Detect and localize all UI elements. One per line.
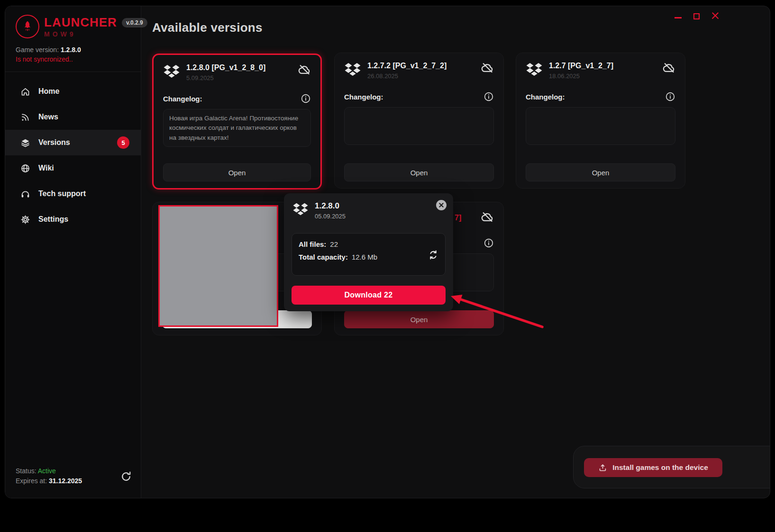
logo: LAUNCHER v.0.2.9 MOW9: [5, 6, 141, 38]
dropbox-icon: [344, 62, 361, 77]
app-subtitle: MOW9: [44, 30, 147, 38]
info-icon[interactable]: [483, 91, 494, 102]
sidebar-item-settings[interactable]: Settings: [5, 207, 141, 232]
changelog-text: Новая игра Galactic Arena! Противостояни…: [163, 109, 311, 147]
popup-date: 05.09.2025: [315, 213, 346, 220]
game-version-label: Game version:: [16, 46, 59, 54]
game-version-value: 1.2.8.0: [61, 46, 81, 54]
expires-line: Expires at: 31.12.2025: [16, 476, 82, 486]
expires-value: 31.12.2025: [49, 477, 82, 485]
expires-label: Expires at:: [16, 477, 47, 485]
wiki-globe-icon: [20, 163, 30, 173]
sidebar-item-versions[interactable]: Versions 5: [5, 130, 141, 155]
popup-version: 1.2.8.0: [315, 201, 346, 211]
version-date: 26.08.2025: [367, 72, 475, 80]
download-popup: 1.2.8.0 05.09.2025 All files: 22 Total c…: [284, 193, 453, 311]
install-games-button[interactable]: Install games on the device: [584, 458, 722, 477]
version-date: 5.09.2025: [186, 74, 292, 81]
news-icon: [20, 112, 30, 122]
upload-icon: [598, 463, 607, 472]
sidebar-item-label: Home: [38, 87, 59, 96]
cloud-off-icon: [298, 63, 311, 76]
sidebar-nav: Home News Versions 5 Wiki Tech sup: [5, 79, 141, 232]
info-icon[interactable]: [665, 91, 675, 102]
sidebar-item-news[interactable]: News: [5, 104, 141, 130]
sidebar-footer: Status: Active Expires at: 31.12.2025: [16, 466, 82, 486]
install-panel: Install games on the device: [573, 446, 770, 488]
changelog-text: [526, 107, 675, 145]
changelog-label: Changelog:: [526, 93, 565, 101]
info-icon[interactable]: [301, 93, 311, 104]
cloud-off-icon: [481, 62, 494, 74]
sidebar-item-home[interactable]: Home: [5, 79, 141, 104]
version-card-127[interactable]: 1.2.7 [PG_v1_2_7] 18.06.2025 Changelog: …: [516, 53, 685, 189]
refresh-status-button[interactable]: [120, 470, 132, 483]
sidebar-item-label: Wiki: [38, 164, 54, 172]
changelog-label: Changelog:: [344, 93, 383, 101]
dropbox-icon: [163, 64, 180, 79]
sidebar-item-label: Versions: [38, 138, 70, 147]
info-icon[interactable]: [483, 238, 494, 248]
headset-icon: [20, 189, 30, 199]
launcher-window: LAUNCHER v.0.2.9 MOW9 Game version: 1.2.…: [5, 6, 770, 498]
version-date: 18.06.2025: [549, 72, 656, 80]
close-button[interactable]: [711, 12, 719, 19]
open-button[interactable]: Open: [163, 163, 311, 181]
sidebar-item-label: Tech support: [38, 189, 86, 198]
all-files-label: All files:: [299, 240, 326, 248]
version-card-1272[interactable]: 1.2.7.2 [PG_v1_2_7_2] 26.08.2025 Changel…: [334, 53, 504, 189]
versions-count-badge: 5: [117, 136, 129, 149]
maximize-button[interactable]: [693, 13, 700, 19]
version-badge: v.0.2.9: [122, 18, 147, 27]
sync-button[interactable]: [428, 249, 439, 261]
sync-warning: Is not syncronized..: [16, 55, 141, 63]
status-value: Active: [38, 467, 56, 475]
dropbox-icon: [526, 62, 543, 77]
install-games-label: Install games on the device: [612, 463, 708, 472]
status-label: Status:: [16, 467, 36, 475]
popup-file-info: All files: 22 Total capacity: 12.6 Mb: [292, 233, 446, 276]
version-title: 1.2.7.2 [PG_v1_2_7_2]: [367, 62, 475, 70]
sidebar-item-label: News: [38, 113, 58, 121]
open-button[interactable]: Open: [344, 163, 494, 181]
refresh-icon: [120, 470, 132, 483]
status-line: Status: Active: [16, 466, 82, 476]
sync-icon: [428, 249, 439, 261]
screen: LAUNCHER v.0.2.9 MOW9 Game version: 1.2.…: [0, 0, 775, 532]
game-version-line: Game version: 1.2.8.0: [16, 46, 141, 54]
app-title: LAUNCHER: [44, 15, 117, 30]
home-icon: [20, 87, 30, 97]
minimize-button[interactable]: [675, 17, 682, 18]
dropbox-icon: [292, 202, 309, 216]
redaction-annotation: [158, 205, 278, 327]
capacity-label: Total capacity:: [299, 253, 348, 261]
cloud-off-icon: [481, 211, 494, 224]
sidebar-item-wiki[interactable]: Wiki: [5, 155, 141, 181]
versions-icon: [20, 138, 30, 148]
changelog-text: [344, 107, 494, 145]
changelog-label: Changelog:: [163, 95, 202, 103]
sidebar: LAUNCHER v.0.2.9 MOW9 Game version: 1.2.…: [5, 6, 141, 498]
open-button[interactable]: Open: [526, 163, 675, 181]
version-title: 1.2.8.0 [PG_v1_2_8_0]: [186, 63, 292, 72]
rocket-logo-icon: [16, 15, 39, 38]
version-title: 1.2.7 [PG_v1_2_7]: [549, 62, 656, 70]
open-button[interactable]: Open: [344, 310, 494, 328]
gear-icon: [20, 215, 30, 225]
cloud-off-icon: [663, 62, 675, 74]
sidebar-divider: [5, 72, 141, 72]
popup-close-icon[interactable]: [436, 200, 447, 210]
version-card-1280[interactable]: 1.2.8.0 [PG_v1_2_8_0] 5.09.2025 Changelo…: [152, 54, 322, 189]
all-files-value: 22: [330, 240, 338, 248]
window-controls: [675, 12, 719, 19]
version-title-fragment: 7]: [455, 214, 461, 222]
capacity-value: 12.6 Mb: [352, 253, 377, 261]
download-button[interactable]: Download 22: [292, 286, 446, 305]
sidebar-item-label: Settings: [38, 215, 68, 224]
page-title: Available versions: [152, 20, 263, 35]
sidebar-item-tech-support[interactable]: Tech support: [5, 181, 141, 207]
